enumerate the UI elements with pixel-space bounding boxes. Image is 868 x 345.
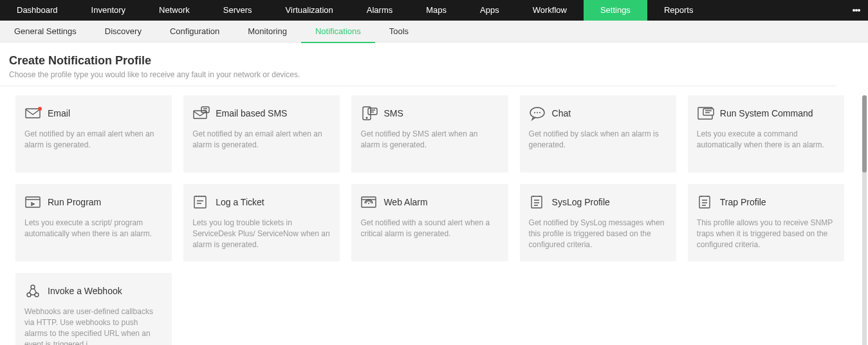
profile-card-webalarm[interactable]: Web AlarmGet notified with a sound alert… — [351, 184, 508, 261]
topnav-tab-virtualization[interactable]: Virtualization — [269, 0, 350, 21]
profile-card-grid: EmailGet notified by an email alert when… — [15, 95, 844, 345]
sms-icon — [360, 106, 378, 121]
profile-card-email[interactable]: EmailGet notified by an email alert when… — [15, 95, 172, 172]
card-title: Run Program — [48, 197, 101, 207]
profile-card-program[interactable]: Run ProgramLets you execute a script/ pr… — [15, 184, 172, 261]
card-title: Log a Ticket — [216, 197, 264, 207]
subnav-tab-general-settings[interactable]: General Settings — [0, 21, 91, 42]
topnav-tab-dashboard[interactable]: Dashboard — [0, 0, 75, 21]
top-nav: DashboardInventoryNetworkServersVirtuali… — [0, 0, 868, 21]
card-title: SysLog Profile — [552, 197, 610, 207]
card-description: Webhooks are user-defined callbacks via … — [24, 306, 163, 345]
trap-icon — [697, 194, 715, 210]
scrollbar[interactable] — [862, 95, 867, 345]
page-header: Create Notification Profile Choose the p… — [0, 42, 836, 86]
profile-card-ticket[interactable]: Log a TicketLets you log trouble tickets… — [183, 184, 340, 261]
topnav-tab-reports[interactable]: Reports — [647, 0, 710, 21]
profile-card-command[interactable]: Run System CommandLets you execute a com… — [688, 95, 844, 172]
card-description: Get notified by SysLog messages when thi… — [529, 218, 667, 250]
profile-card-email-sms[interactable]: Email based SMSGet notified by an email … — [183, 95, 340, 172]
card-title: Email — [48, 108, 70, 118]
profile-card-chat[interactable]: ChatGet notified by slack when an alarm … — [520, 95, 676, 172]
syslog-icon — [529, 194, 547, 210]
card-title: Chat — [552, 108, 571, 118]
email-icon — [24, 106, 42, 121]
kebab-menu-icon[interactable] — [853, 0, 860, 21]
subnav-tab-discovery[interactable]: Discovery — [91, 21, 156, 42]
webalarm-icon — [360, 194, 378, 210]
card-title: SMS — [383, 108, 403, 118]
card-description: Lets you execute a script/ program autom… — [24, 218, 163, 239]
topnav-tab-workflow[interactable]: Workflow — [516, 0, 584, 21]
card-description: This profile allows you to receive SNMP … — [697, 218, 835, 250]
webhook-icon — [24, 283, 42, 299]
card-title: Run System Command — [720, 108, 813, 118]
card-title: Invoke a Webhook — [48, 286, 122, 296]
page-title: Create Notification Profile — [9, 54, 827, 68]
topnav-tab-maps[interactable]: Maps — [409, 0, 463, 21]
topnav-tab-alarms[interactable]: Alarms — [350, 0, 409, 21]
chat-icon — [529, 106, 547, 121]
topnav-tab-apps[interactable]: Apps — [463, 0, 516, 21]
subnav-tab-monitoring[interactable]: Monitoring — [234, 21, 301, 42]
card-description: Get notified by slack when an alarm is g… — [529, 129, 667, 151]
profile-card-syslog[interactable]: SysLog ProfileGet notified by SysLog mes… — [520, 184, 676, 261]
card-description: Get notified by SMS alert when an alarm … — [360, 129, 499, 151]
card-description: Lets you execute a command automatically… — [697, 129, 835, 151]
card-description: Get notified by an email alert when an a… — [24, 129, 163, 151]
card-title: Email based SMS — [216, 108, 287, 118]
ticket-icon — [192, 194, 210, 210]
program-icon — [24, 194, 42, 210]
command-icon — [697, 106, 715, 121]
profile-card-webhook[interactable]: Invoke a WebhookWebhooks are user-define… — [15, 273, 172, 345]
card-title: Trap Profile — [720, 197, 766, 207]
subnav-tab-tools[interactable]: Tools — [375, 21, 423, 42]
subnav-tab-notifications[interactable]: Notifications — [301, 21, 375, 42]
card-description: Lets you log trouble tickets in ServiceD… — [192, 218, 331, 250]
profile-card-sms[interactable]: SMSGet notified by SMS alert when an ala… — [351, 95, 508, 172]
card-description: Get notified with a sound alert when a c… — [360, 218, 499, 239]
card-title: Web Alarm — [383, 197, 427, 207]
profile-card-trap[interactable]: Trap ProfileThis profile allows you to r… — [688, 184, 844, 261]
topnav-tab-settings[interactable]: Settings — [584, 0, 647, 21]
page-subtitle: Choose the profile type you would like t… — [9, 70, 827, 79]
card-description: Get notified by an email alert when an a… — [192, 129, 331, 151]
topnav-tab-inventory[interactable]: Inventory — [75, 0, 142, 21]
email-sms-icon — [192, 106, 210, 121]
topnav-tab-network[interactable]: Network — [142, 0, 207, 21]
topnav-tab-servers[interactable]: Servers — [207, 0, 269, 21]
subnav-tab-configuration[interactable]: Configuration — [156, 21, 234, 42]
sub-nav: General SettingsDiscoveryConfigurationMo… — [0, 21, 868, 42]
scrollbar-thumb[interactable] — [862, 95, 867, 172]
